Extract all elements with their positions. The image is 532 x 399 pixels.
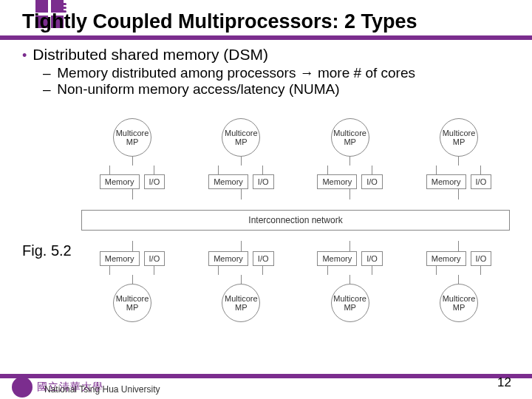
node-col: Multicore MP Memory I/O [190,118,292,189]
io-box: I/O [253,251,274,266]
node-col: Memory I/O Multicore MP [408,251,510,322]
university-name-en: National Tsing Hua University [44,384,160,395]
node-col: Memory I/O Multicore MP [81,251,183,322]
mem-io-pair: Memory I/O [208,251,273,266]
top-processor-row: Multicore MP Memory I/O Multicore MP Mem [81,118,510,189]
node-label-2: MP [126,303,139,312]
multicore-mp-node: Multicore MP [331,284,369,322]
pair-connector [190,266,292,275]
node-label-1: Multicore [333,294,366,303]
interconnect-box: Interconnection network [81,210,510,231]
node-label-1: Multicore [116,294,149,303]
content-area: • Distributed shared memory (DSM) – Memo… [22,46,517,98]
bullet-main: • Distributed shared memory (DSM) [22,46,517,65]
pair-connector [190,166,292,174]
slide-title: Tightly Coupled Multiprocessors: 2 Types [22,10,417,33]
node-label-1: Multicore [116,129,149,137]
bullet-sub-2-text: Non-uniform memory access/latency (NUMA) [57,81,339,97]
multicore-mp-node: Multicore MP [222,118,260,157]
node-label-2: MP [453,137,466,146]
connector-line [349,275,350,284]
io-box: I/O [471,174,492,189]
connector-line [241,157,242,166]
bullet-sub-2: – Non-uniform memory access/latency (NUM… [43,81,517,98]
node-label-1: Multicore [225,294,258,303]
bullet-sub-1: – Memory distributed among processors → … [43,65,517,81]
multicore-mp-node: Multicore MP [440,284,478,322]
multicore-mp-node: Multicore MP [331,118,369,157]
connector-line [241,275,242,284]
node-label-2: MP [235,137,248,146]
io-box: I/O [144,174,166,189]
node-label-2: MP [235,303,248,312]
io-box: I/O [361,174,383,189]
pair-connector [299,266,401,275]
node-col: Memory I/O Multicore MP [190,251,292,322]
node-label-2: MP [344,303,356,312]
connector-line [132,275,133,284]
node-label-2: MP [126,137,139,146]
mem-io-pair: Memory I/O [426,174,491,189]
node-col: Multicore MP Memory I/O [81,118,183,189]
mem-io-pair: Memory I/O [208,174,273,189]
node-label-1: Multicore [443,129,476,137]
memory-box: Memory [426,251,466,266]
node-label-1: Multicore [333,129,366,137]
title-underline [0,35,532,40]
pair-connector [408,266,510,275]
pair-connector [81,266,183,275]
pair-connector [299,166,401,174]
connector-line [349,157,350,166]
bullet-dot-icon: • [22,46,27,65]
node-label-2: MP [453,303,466,312]
io-box: I/O [144,251,166,266]
multicore-mp-node: Multicore MP [440,118,478,157]
pair-connector [81,166,183,174]
mem-io-pair: Memory I/O [426,251,491,266]
node-col: Memory I/O Multicore MP [299,251,401,322]
mem-io-pair: Memory I/O [317,251,382,266]
io-box: I/O [361,251,383,266]
node-label-1: Multicore [225,129,258,137]
io-box: I/O [253,174,274,189]
multicore-mp-node: Multicore MP [222,284,260,322]
university-seal-icon [12,377,33,398]
architecture-diagram: Multicore MP Memory I/O Multicore MP Mem [81,118,510,322]
multicore-mp-node: Multicore MP [113,284,151,322]
pair-connector [408,166,510,174]
memory-box: Memory [208,174,248,189]
bullet-sub-1-text: Memory distributed among processors → mo… [57,65,415,81]
net-lines-bottom [81,241,510,251]
memory-box: Memory [100,174,140,189]
memory-box: Memory [208,251,248,266]
page-number: 12 [497,375,511,390]
mem-io-pair: Memory I/O [317,174,382,189]
node-label-2: MP [344,137,356,146]
dash-icon: – [43,81,53,98]
node-label-1: Multicore [443,294,476,303]
io-box: I/O [471,251,492,266]
connector-line [458,275,459,284]
node-col: Multicore MP Memory I/O [408,118,510,189]
bottom-processor-row: Memory I/O Multicore MP Memory I/O Multi [81,251,510,322]
memory-box: Memory [317,174,357,189]
memory-box: Memory [426,174,466,189]
net-lines-top [81,189,510,200]
bullet-main-text: Distributed shared memory (DSM) [33,46,268,65]
memory-box: Memory [317,251,357,266]
connector-line [458,157,459,166]
figure-label: Fig. 5.2 [22,242,72,259]
memory-box: Memory [100,251,140,266]
connector-line [132,157,133,166]
mem-io-pair: Memory I/O [100,174,165,189]
mem-io-pair: Memory I/O [100,251,165,266]
dash-icon: – [43,65,53,81]
multicore-mp-node: Multicore MP [113,118,151,157]
node-col: Multicore MP Memory I/O [299,118,401,189]
